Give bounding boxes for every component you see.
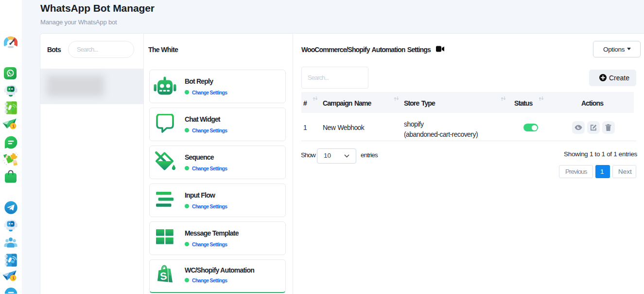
- svg-text:1: 1: [12, 123, 15, 129]
- svg-text:S: S: [159, 270, 168, 282]
- svg-text:1: 1: [12, 275, 15, 280]
